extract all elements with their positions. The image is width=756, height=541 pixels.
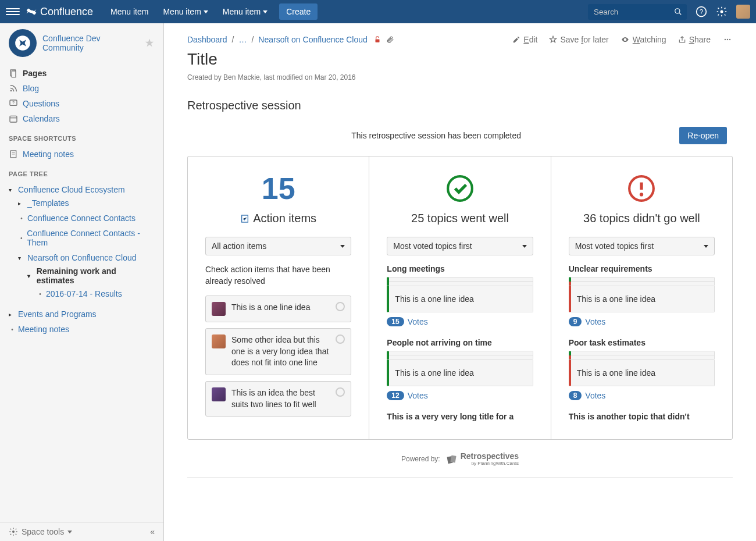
tree-results[interactable]: •2016-07-14 - Results bbox=[37, 288, 155, 300]
tree-contacts-them[interactable]: •Confluence Connect Contacts - Them bbox=[18, 227, 155, 248]
menu-icon[interactable] bbox=[6, 5, 20, 19]
confluence-logo[interactable]: Confluence bbox=[26, 6, 93, 18]
bad-dropdown[interactable]: Most voted topics first bbox=[569, 237, 715, 255]
shortcuts-label: SPACE SHORTCUTS bbox=[9, 135, 155, 142]
reopen-button[interactable]: Re-open bbox=[679, 127, 727, 144]
sidebar-nav-questions[interactable]: ? Questions bbox=[9, 96, 155, 111]
space-logo[interactable] bbox=[9, 29, 37, 57]
tree-events[interactable]: ▸Events and Programs bbox=[9, 308, 155, 320]
search-input[interactable] bbox=[588, 4, 687, 20]
tree-nearsoft[interactable]: ▾Nearsoft on Confluence Cloud bbox=[18, 252, 155, 264]
sidebar-nav-pages[interactable]: Pages bbox=[9, 66, 155, 81]
powered-by: Powered by: Retrospectives by PlanningWi… bbox=[187, 451, 733, 466]
svg-point-20 bbox=[729, 39, 730, 40]
logo-text: Confluence bbox=[40, 6, 93, 18]
vote-bars bbox=[569, 277, 715, 286]
tree-meeting-notes[interactable]: •Meeting notes bbox=[9, 323, 155, 335]
svg-rect-17 bbox=[375, 39, 379, 42]
edit-button[interactable]: Edit bbox=[512, 35, 537, 44]
watching-button[interactable]: Watching bbox=[621, 35, 666, 44]
attachment-icon[interactable] bbox=[386, 35, 394, 44]
rss-icon bbox=[9, 84, 18, 93]
votes-row[interactable]: 15 Votes bbox=[387, 317, 533, 326]
main-content: Dashboard / … / Nearsoft on Confluence C… bbox=[164, 23, 756, 541]
search-icon[interactable] bbox=[674, 8, 682, 16]
svg-point-22 bbox=[448, 176, 472, 201]
sidebar-nav-blog[interactable]: Blog bbox=[9, 81, 155, 96]
user-avatar[interactable] bbox=[736, 5, 750, 19]
didnt-go-well-column: 36 topics didn't go well Most voted topi… bbox=[551, 156, 732, 439]
page-actions: Edit Save for later Watching Share bbox=[512, 35, 733, 44]
action-dropdown[interactable]: All action items bbox=[205, 237, 351, 255]
chevron-down-icon[interactable]: ▾ bbox=[18, 255, 25, 261]
more-button[interactable] bbox=[722, 35, 733, 44]
breadcrumb-nearsoft[interactable]: Nearsoft on Confluence Cloud bbox=[258, 35, 368, 44]
menu-item-3[interactable]: Menu item bbox=[217, 3, 273, 20]
action-item[interactable]: This is a one line idea bbox=[205, 296, 351, 322]
space-tools-button[interactable]: Space tools bbox=[9, 527, 72, 536]
page-meta: Created by Ben Mackie, last modified on … bbox=[187, 73, 733, 81]
status-bar: This retrospective session has been comp… bbox=[187, 127, 733, 144]
section-title: Retrospective session bbox=[187, 99, 733, 112]
breadcrumb: Dashboard / … / Nearsoft on Confluence C… bbox=[187, 35, 368, 44]
tree-root[interactable]: ▾Confluence Cloud Ecosystem bbox=[9, 184, 155, 195]
svg-point-8 bbox=[10, 90, 12, 92]
votes-row[interactable]: 9 Votes bbox=[569, 317, 715, 326]
retro-columns: 15 Action items All action items Check a… bbox=[187, 156, 733, 440]
votes-row[interactable]: 12 Votes bbox=[387, 391, 533, 400]
vote-bars bbox=[387, 277, 533, 286]
checkbox[interactable] bbox=[336, 387, 345, 397]
page-title: Title bbox=[187, 50, 733, 69]
page-tree: ▾Confluence Cloud Ecosystem ▸_Templates … bbox=[9, 182, 155, 337]
share-button[interactable]: Share bbox=[678, 35, 711, 44]
action-item[interactable]: Some other idea but this one is a very l… bbox=[205, 328, 351, 375]
retrospectives-logo[interactable]: Retrospectives by PlanningWith.Cards bbox=[446, 451, 519, 466]
chevron-right-icon[interactable]: ▸ bbox=[9, 311, 16, 318]
good-dropdown[interactable]: Most voted topics first bbox=[387, 237, 533, 255]
chevron-down-icon[interactable]: ▾ bbox=[9, 187, 16, 193]
divider bbox=[187, 478, 733, 478]
tree-remaining[interactable]: ▾Remaining work and estimates bbox=[27, 265, 155, 286]
chevron-down-icon bbox=[340, 245, 345, 248]
breadcrumb-dashboard[interactable]: Dashboard bbox=[187, 35, 227, 44]
sidebar-nav-calendars[interactable]: Calendars bbox=[9, 111, 155, 126]
votes-row[interactable]: 8 Votes bbox=[569, 391, 715, 400]
topic-title: This is a very very long title for a bbox=[387, 412, 533, 421]
collapse-icon[interactable]: « bbox=[150, 527, 155, 536]
tree-templates[interactable]: ▸_Templates bbox=[18, 197, 155, 209]
star-icon bbox=[549, 35, 557, 44]
create-button[interactable]: Create bbox=[279, 3, 318, 20]
checkbox[interactable] bbox=[336, 334, 345, 344]
menu-item-1[interactable]: Menu item bbox=[105, 3, 154, 20]
idea-card[interactable]: This is a one line idea bbox=[569, 360, 715, 386]
more-icon bbox=[722, 35, 733, 44]
action-item[interactable]: This is an idea the best suits two lines… bbox=[205, 381, 351, 417]
unlock-icon[interactable] bbox=[373, 35, 381, 44]
idea-card[interactable]: This is a one line idea bbox=[569, 286, 715, 312]
shortcut-meeting-notes[interactable]: Meeting notes bbox=[9, 147, 155, 162]
space-name-link[interactable]: Confluence Dev Community bbox=[42, 34, 138, 52]
chevron-down-icon bbox=[204, 10, 208, 13]
avatar bbox=[212, 387, 226, 401]
settings-icon[interactable] bbox=[716, 6, 728, 17]
status-text: This retrospective session has been comp… bbox=[193, 131, 679, 140]
header-menu: Menu item Menu item Menu item bbox=[105, 3, 273, 20]
action-heading: Action items bbox=[205, 212, 351, 225]
svg-text:?: ? bbox=[12, 100, 15, 105]
pencil-icon bbox=[512, 35, 520, 44]
save-button[interactable]: Save for later bbox=[549, 35, 608, 44]
menu-item-2[interactable]: Menu item bbox=[157, 3, 213, 20]
idea-card[interactable]: This is a one line idea bbox=[387, 286, 533, 312]
star-icon[interactable] bbox=[144, 38, 155, 48]
idea-card[interactable]: This is a one line idea bbox=[387, 360, 533, 386]
checkbox[interactable] bbox=[336, 302, 345, 311]
topic-title: This is another topic that didn't bbox=[569, 412, 715, 421]
topic-title: Poor task estimates bbox=[569, 338, 715, 347]
help-icon[interactable]: ? bbox=[696, 6, 707, 17]
breadcrumb-ellipsis[interactable]: … bbox=[238, 35, 247, 44]
tree-contacts[interactable]: •Confluence Connect Contacts bbox=[18, 212, 155, 224]
chevron-right-icon[interactable]: ▸ bbox=[18, 200, 25, 207]
chevron-down-icon[interactable]: ▾ bbox=[27, 273, 34, 279]
avatar bbox=[212, 302, 226, 316]
check-circle-icon bbox=[445, 174, 475, 203]
